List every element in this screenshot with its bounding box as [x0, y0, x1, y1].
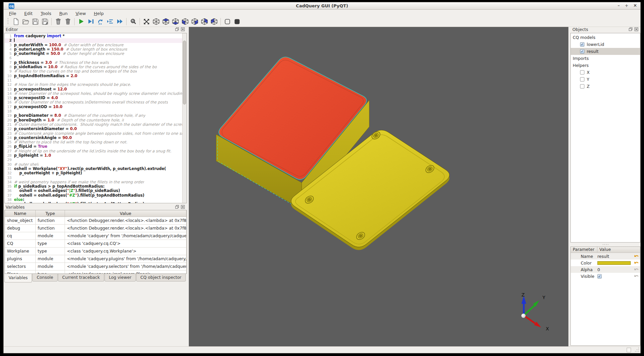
table-row[interactable]: cqmodule<module 'cadquery' from '/home/a… — [5, 232, 186, 240]
view-bottom-button[interactable] — [171, 18, 179, 26]
delete-object-button[interactable] — [54, 18, 62, 26]
3d-viewport[interactable]: Z Y X — [189, 27, 568, 347]
menu-file[interactable]: File — [6, 11, 20, 16]
menu-run[interactable]: Run — [56, 11, 71, 16]
delete-all-button[interactable] — [64, 18, 72, 26]
editor-line[interactable]: 11 — [5, 78, 182, 83]
visibility-checkbox[interactable] — [580, 42, 584, 47]
menu-edit[interactable]: Edit — [21, 11, 36, 16]
menu-tools[interactable]: Tools — [37, 11, 55, 16]
object-item-result[interactable]: result — [571, 48, 640, 55]
editor-line[interactable]: 8p_sideRadius = 10.0 # Radius for the cu… — [5, 65, 182, 69]
objects-float-button[interactable] — [629, 27, 633, 32]
editor-line[interactable]: 5p_outerHeight = 50.0 # Outer height of … — [5, 52, 182, 56]
fit-view-button[interactable] — [142, 18, 151, 26]
editor-line[interactable]: 29 — [5, 158, 182, 162]
editor-line[interactable]: 17p_screwpostOD = 10.0 — [5, 105, 182, 109]
editor-line[interactable]: 23# Countersink angle (complete angle be… — [5, 131, 182, 136]
code-editor[interactable]: 1from cadquery import *23p_outerWidth = … — [4, 33, 187, 203]
editor-line[interactable]: 28p_lipHeight = 1.0 — [5, 153, 182, 158]
editor-line[interactable]: 33 — [5, 176, 182, 180]
parameter-value[interactable] — [597, 261, 633, 265]
table-row[interactable]: Workplanetype<class 'cadquery.cq.Workpla… — [5, 247, 186, 255]
editor-line[interactable]: 3p_outerWidth = 100.0 # Outer width of b… — [5, 43, 182, 47]
parameter-value[interactable] — [597, 274, 633, 278]
editor-line[interactable]: 36 oshell = oshell.edges("|Z").fillet(p_… — [5, 189, 182, 193]
object-item-z[interactable]: Z — [571, 83, 640, 90]
editor-line[interactable]: 27# Height of lip on the underside of th… — [5, 149, 182, 153]
editor-line[interactable]: 22p_countersinkDiameter = 0.0 — [5, 127, 182, 131]
tab-log-viewer[interactable]: Log viewer — [105, 274, 136, 281]
editor-line[interactable]: 16# Outer Diameter of the screwposts.\nD… — [5, 100, 182, 104]
editor-line[interactable]: 24p_countersinkAngle = 90.0 — [5, 136, 182, 140]
tab-console[interactable]: Console — [32, 274, 58, 281]
editor-line[interactable]: 13p_screwpostInset = 12.0 — [5, 87, 182, 91]
menu-view[interactable]: View — [72, 11, 89, 16]
objects-group-cq-models[interactable]: CQ models — [571, 34, 640, 41]
object-item-lowerlid[interactable]: lowerLid — [571, 41, 640, 48]
editor-line[interactable]: 15p_screwpostID = 4.0 — [5, 96, 182, 100]
objects-group-helpers[interactable]: Helpers — [571, 62, 640, 69]
open-file-button[interactable] — [21, 18, 30, 26]
table-row[interactable]: CQtype<class 'cadquery.cq.CQ'> — [5, 240, 186, 247]
render-button[interactable] — [77, 18, 85, 26]
editor-line[interactable]: 37 oshell = oshell.edges("#Z").fillet(p_… — [5, 193, 182, 198]
visibility-checkbox[interactable] — [580, 70, 584, 75]
editor-line[interactable]: 39 oshell = oshell.edges("#Z").fillet(p_… — [5, 202, 182, 203]
editor-line[interactable]: 25# Whether to place the lid with the to… — [5, 140, 182, 144]
variables-column-header[interactable]: Value — [65, 210, 186, 217]
variables-close-button[interactable] — [181, 205, 185, 210]
object-item-x[interactable]: X — [571, 69, 640, 76]
editor-line[interactable]: 31oshell = Workplane("XY").rect(p_outerW… — [5, 167, 182, 171]
new-file-button[interactable] — [12, 18, 20, 26]
editor-line[interactable]: 21# Outer diameter of countersink. Shoul… — [5, 122, 182, 127]
continue-button[interactable] — [116, 18, 124, 26]
editor-line[interactable]: 19p_boreDiameter = 8.0 # Diameter of the… — [5, 113, 182, 118]
save-as-button[interactable] — [41, 18, 49, 26]
visible-checkbox[interactable] — [597, 274, 602, 278]
color-swatch[interactable] — [597, 261, 631, 265]
tab-current-traceback[interactable]: Current traceback — [58, 274, 104, 281]
editor-line[interactable]: 35if p_sideRadius > p_topAndBottomRadius… — [5, 184, 182, 189]
editor-line[interactable]: 2 — [5, 38, 182, 43]
editor-line[interactable]: 4p_outerLength = 150.0 # Outer length of… — [5, 47, 182, 52]
view-iso-button[interactable] — [152, 18, 160, 26]
editor-line[interactable]: 18 — [5, 109, 182, 113]
variables-column-header[interactable]: Name — [5, 210, 36, 217]
objects-close-button[interactable] — [634, 27, 638, 32]
parameter-value[interactable]: 0 — [597, 267, 633, 272]
tab-variables[interactable]: Variables — [4, 274, 32, 282]
undo-button[interactable] — [633, 261, 640, 265]
editor-line[interactable]: 14# nner Diameter of the screwpost holes… — [5, 91, 182, 96]
visibility-checkbox[interactable] — [580, 49, 584, 54]
editor-line[interactable]: 12# How far in from the edges the screwp… — [5, 83, 182, 87]
toolbar-drag-handle[interactable] — [8, 18, 9, 25]
undo-button[interactable] — [633, 267, 640, 272]
editor-line[interactable]: 1from cadquery import * — [5, 34, 182, 38]
editor-scrollbar-thumb[interactable] — [183, 41, 186, 104]
editor-close-button[interactable] — [181, 27, 185, 32]
editor-float-button[interactable] — [175, 27, 179, 32]
variables-float-button[interactable] — [175, 205, 179, 210]
wireframe-mode-button[interactable] — [223, 18, 231, 26]
editor-line[interactable]: 38else: — [5, 198, 182, 202]
editor-line[interactable]: 10p_topAndBottomRadius = 2.0 — [5, 74, 182, 78]
editor-line[interactable]: 30# outer shell — [5, 162, 182, 167]
panel-splitter[interactable] — [570, 243, 641, 246]
view-left-button[interactable] — [181, 18, 189, 26]
shaded-mode-button[interactable] — [233, 18, 241, 26]
inspect-button[interactable] — [129, 18, 137, 26]
minimize-button[interactable]: – — [618, 3, 620, 8]
editor-line[interactable]: 20p_boreDepth = 1.0 # Depth of the count… — [5, 118, 182, 122]
editor-line[interactable]: 34# weird geometry happens if we make th… — [5, 180, 182, 184]
objects-group-imports[interactable]: Imports — [571, 55, 640, 62]
step-in-button[interactable] — [106, 18, 114, 26]
table-row[interactable]: Planetype<class 'cadquery.occ_impl.geom.… — [5, 270, 186, 274]
close-button[interactable]: ✕ — [633, 3, 637, 8]
parameter-value[interactable]: result — [597, 254, 633, 259]
visibility-checkbox[interactable] — [580, 84, 584, 89]
object-item-y[interactable]: Y — [571, 76, 640, 83]
editor-line[interactable]: 6 — [5, 56, 182, 60]
view-back-button[interactable] — [210, 18, 218, 26]
undo-button[interactable] — [633, 274, 640, 278]
